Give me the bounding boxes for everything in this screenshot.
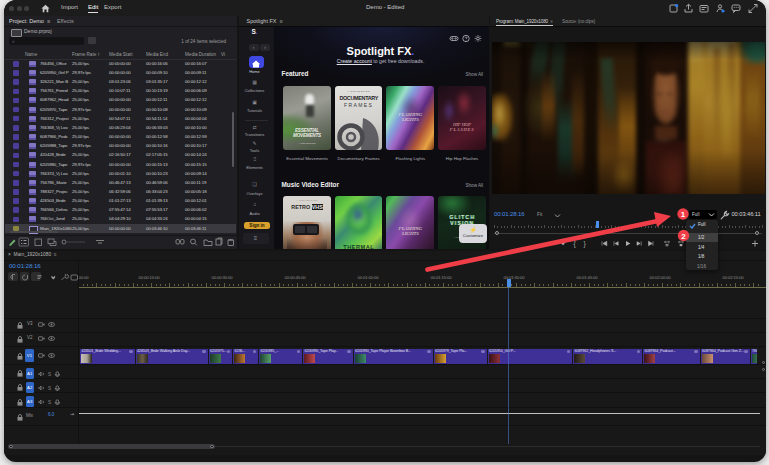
svg-text:2: 2 bbox=[681, 232, 686, 241]
svg-text:1: 1 bbox=[681, 210, 686, 219]
